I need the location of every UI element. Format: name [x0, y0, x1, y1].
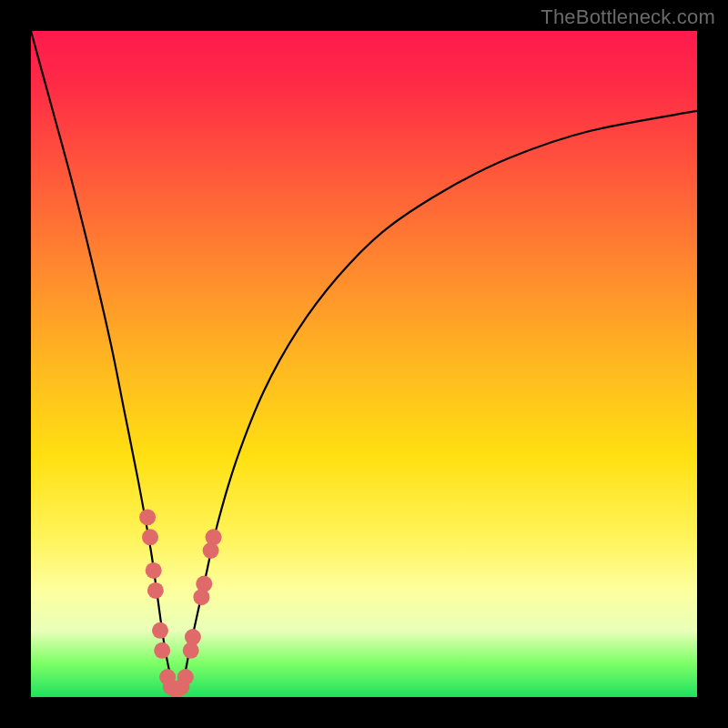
bottleneck-curve — [31, 31, 697, 697]
watermark-text: TheBottleneck.com — [541, 5, 715, 29]
highlight-dot — [142, 529, 158, 545]
highlight-dot — [146, 562, 162, 579]
highlight-dot — [177, 669, 194, 685]
highlight-dot — [196, 576, 212, 592]
curve-layer — [31, 31, 697, 697]
highlight-dot — [147, 582, 164, 599]
highlight-dot — [206, 529, 222, 545]
highlight-dot — [185, 629, 201, 645]
highlight-dot — [154, 642, 170, 659]
highlight-dot — [152, 622, 168, 639]
plot-area — [31, 31, 697, 697]
highlight-dot — [139, 509, 156, 525]
highlight-dots — [139, 509, 222, 697]
chart-frame: TheBottleneck.com — [0, 0, 728, 728]
